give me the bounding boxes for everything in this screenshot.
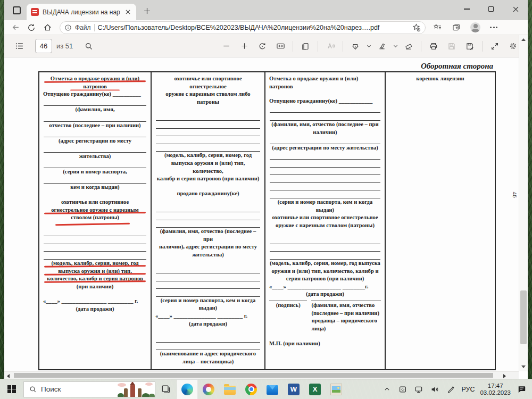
doc-line: наличии), адрес регистрации по месту [155,243,261,251]
scroll-right-icon[interactable] [503,374,506,378]
highlight-dropdown-icon[interactable] [392,39,399,53]
scroll-down-icon[interactable] [519,365,528,368]
doc-line [270,113,380,121]
doc-line [156,212,260,220]
print-icon[interactable] [425,38,442,54]
doc-line [44,236,146,244]
tab-close-icon[interactable] [123,8,132,16]
doc-line: жительства) [155,251,261,259]
doc-line: огнестрельное оружие с нарезным [43,206,147,214]
taskbar-explorer-icon[interactable] [219,379,240,399]
tray-pen-icon[interactable] [445,382,456,397]
taskbar-mail-icon[interactable] [262,379,283,399]
save-as-icon[interactable] [461,38,478,54]
windows-logo-icon [7,385,16,394]
taskbar-paint-icon[interactable] [198,379,219,399]
doc-line [270,168,380,176]
favorites-hub-icon[interactable] [433,23,442,32]
doc-line: «____» _______________ _________ г. [155,312,261,320]
pdf-page: Оборотная сторона 46 Отметка о продаже о… [4,57,519,371]
tray-chevron-icon[interactable] [381,382,392,397]
taskbar-edge-icon[interactable] [177,379,198,399]
tab-strip: ВЫДАЧА лицензии на нарез....p [4,0,528,20]
horizontal-scroll-thumb[interactable] [14,373,493,378]
signature-label: (подпись) [269,301,307,332]
tab-actions-menu-icon[interactable] [9,2,24,18]
task-view-button[interactable] [155,379,177,399]
taskbar-chrome-icon[interactable] [240,379,262,399]
minimize-button[interactable] [454,0,479,18]
draw-dropdown-icon[interactable] [365,39,372,53]
zoom-out-icon[interactable] [218,38,235,54]
doc-line: оружие с нарезным стволом либо [155,90,261,98]
home-icon[interactable] [39,21,55,34]
zoom-in-icon[interactable] [236,38,253,54]
erase-icon[interactable] [400,38,417,54]
start-button[interactable] [0,379,23,399]
draw-icon[interactable] [347,38,364,54]
stamp-label: М.П. (при наличии) [269,340,381,348]
settings-menu-icon[interactable] [490,27,497,28]
doc-line [270,136,380,144]
fit-to-width-icon[interactable] [272,38,289,54]
search-document-icon[interactable] [80,38,97,54]
doc-line [156,281,260,289]
taskbar-excel-icon[interactable] [304,379,326,399]
maximize-button[interactable] [479,0,503,18]
license-form-table: Отметка о продаже оружия и (или)патронов… [38,71,496,370]
add-favorite-icon[interactable] [412,23,421,32]
clock-date: 03.02.2023 [480,389,511,396]
scroll-up-icon[interactable] [519,38,528,41]
url-scheme-label: Файл [75,24,91,31]
address-bar[interactable]: Файл C:/Users/Пользователь/Desktop/ВСЕ%2… [60,21,426,34]
address-separator [94,24,95,31]
horizontal-scrollbar[interactable] [4,371,519,379]
vertical-scrollbar[interactable] [519,35,528,371]
toc-icon[interactable] [11,38,28,54]
doc-line: (фамилия, имя, отчество (последнее – при [269,121,381,129]
read-aloud-icon[interactable] [322,38,339,54]
doc-line [44,252,146,260]
profile-avatar[interactable] [470,22,480,32]
doc-line: жительства) [43,153,147,161]
search-placeholder: Поиск [41,385,61,393]
refresh-icon[interactable] [23,21,39,34]
browser-window: ВЫДАЧА лицензии на нарез....p [4,0,528,379]
doc-line [155,259,261,265]
rotate-icon[interactable] [254,38,271,54]
tray-network-icon[interactable] [413,382,424,397]
tray-volume-icon[interactable] [429,382,440,397]
taskbar-word-icon[interactable] [283,379,304,399]
collections-icon[interactable] [452,23,461,32]
close-button[interactable] [503,0,528,18]
taskbar-photos-icon[interactable] [326,379,347,399]
new-tab-button[interactable] [139,3,154,18]
page-view-icon[interactable] [297,38,314,54]
search-highlight-illustration[interactable] [117,382,155,397]
language-indicator[interactable]: РУС [461,386,475,393]
doc-line: лица – поставщика) [155,358,261,366]
doc-line [156,343,260,351]
doc-line [156,136,260,144]
fullscreen-icon[interactable] [486,38,503,54]
doc-line: выпуска оружия и (или) тип, количество, [155,160,261,175]
doc-line: серия патронов (при наличии) [269,275,381,283]
pdf-toolbar: из 51 [4,35,528,57]
vertical-scroll-thumb[interactable] [520,290,527,344]
doc-line: (дата продажи) [269,290,381,298]
pdf-content-area: Оборотная сторона 46 Отметка о продаже о… [4,57,519,371]
doc-line [44,244,146,252]
tray-tablet-icon[interactable] [397,382,408,397]
save-icon[interactable] [443,38,460,54]
action-center-icon[interactable] [516,382,527,397]
browser-tab[interactable]: ВЫДАЧА лицензии на нарез....p [27,4,136,20]
page-number-input[interactable] [35,39,52,53]
search-box[interactable]: Поиск [23,381,155,397]
doc-line [155,106,261,113]
clock[interactable]: 17:47 03.02.2023 [480,383,511,396]
scroll-left-icon[interactable] [7,374,10,378]
back-icon[interactable] [7,21,23,34]
doc-line: «____» ___________________ ________г. [269,283,381,291]
highlight-icon[interactable] [373,38,390,54]
doc-line: оружия и (или) тип, количество, калибр и [269,268,381,276]
